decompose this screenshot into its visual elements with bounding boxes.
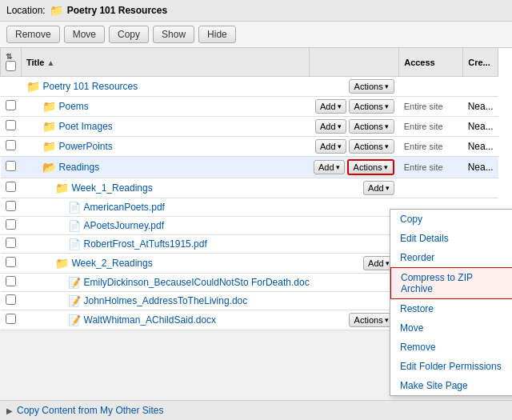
row-title-6: 📁 Week_1_Readings xyxy=(22,178,310,198)
row-created-4: Nea... xyxy=(463,137,498,157)
row-checkbox-7[interactable] xyxy=(6,201,16,211)
remove-button[interactable]: Remove xyxy=(6,26,60,43)
item-link-1[interactable]: Poetry 101 Resources xyxy=(43,81,138,92)
row-check-3 xyxy=(1,117,22,137)
item-link-8[interactable]: APoetsJourney.pdf xyxy=(84,220,165,231)
row-created-2: Nea... xyxy=(463,97,498,117)
actions-button-3[interactable]: Actions ▾ xyxy=(349,119,394,134)
row-actions-cell-1: Actions ▾ xyxy=(309,77,399,97)
col-header-check: ⇅ xyxy=(1,48,22,77)
row-checkbox-9[interactable] xyxy=(6,238,16,248)
row-checkbox-3[interactable] xyxy=(6,120,16,130)
menu-item-reorder[interactable]: Reorder xyxy=(390,248,512,267)
location-bar: Location: 📁 Poetry 101 Resources xyxy=(0,0,512,22)
table-row: 📁 Poet Images Add ▾ Actions ▾ xyxy=(1,117,513,137)
row-checkbox-5[interactable] xyxy=(6,161,16,171)
bottom-bar: ▶ Copy Content from My Other Sites xyxy=(0,400,512,420)
row-checkbox-6[interactable] xyxy=(6,182,16,192)
add-button-3[interactable]: Add ▾ xyxy=(315,119,346,134)
item-link-12[interactable]: JohnHolmes_AddressToTheLiving.doc xyxy=(84,295,248,306)
table-row: 📁 PowerPoints Add ▾ Actions ▾ xyxy=(1,137,513,157)
location-folder-icon: 📁 xyxy=(50,4,63,17)
row-title-2: 📁 Poems xyxy=(22,97,310,117)
item-link-3[interactable]: Poet Images xyxy=(59,121,113,132)
row-check-12 xyxy=(1,292,22,310)
row-checkbox-13[interactable] xyxy=(6,314,16,324)
table-row: 📁 Poems Add ▾ Actions ▾ xyxy=(1,97,513,117)
add-button-4[interactable]: Add ▾ xyxy=(315,139,346,154)
pdf-icon-7: 📄 xyxy=(68,202,81,214)
menu-item-edit-details[interactable]: Edit Details xyxy=(390,229,512,248)
folder-plus-icon-3: 📁 xyxy=(42,120,56,133)
col-header-created: Cre... xyxy=(463,48,498,77)
add-button-5[interactable]: Add ▾ xyxy=(314,160,345,174)
table-row: 📁 Week_1_Readings Add ▾ xyxy=(1,178,513,198)
row-title-5: 📂 Readings xyxy=(22,157,310,178)
menu-item-move[interactable]: Move xyxy=(390,318,512,338)
move-button[interactable]: Move xyxy=(64,26,105,43)
item-link-2[interactable]: Poems xyxy=(59,101,89,112)
actions-button-13[interactable]: Actions ▾ xyxy=(349,313,394,327)
item-link-5[interactable]: Readings xyxy=(59,162,100,173)
actions-button-4[interactable]: Actions ▾ xyxy=(349,139,394,154)
row-created-1 xyxy=(463,77,498,97)
item-link-6[interactable]: Week_1_Readings xyxy=(72,182,153,194)
dropdown-menu-container: Copy Edit Details Reorder Compress to ZI… xyxy=(390,209,512,396)
row-checkbox-12[interactable] xyxy=(6,294,16,305)
row-actions-cell-4: Add ▾ Actions ▾ xyxy=(309,137,399,157)
actions-button-2[interactable]: Actions ▾ xyxy=(349,99,394,114)
hide-button[interactable]: Hide xyxy=(198,26,236,43)
table-row: 📂 Readings Add ▾ Actions ▾ xyxy=(1,157,513,178)
row-actions-cell-5: Add ▾ Actions ▾ xyxy=(309,157,399,178)
row-title-1: 📁 Poetry 101 Resources xyxy=(22,77,310,97)
folder-icon-5: 📂 xyxy=(42,161,56,174)
toolbar: Remove Move Copy Show Hide xyxy=(0,22,512,48)
row-check-13 xyxy=(1,310,22,330)
item-link-9[interactable]: RobertFrost_AtTufts1915.pdf xyxy=(84,238,207,250)
row-checkbox-2[interactable] xyxy=(6,100,16,110)
row-checkbox-10[interactable] xyxy=(6,257,16,267)
row-created-3: Nea... xyxy=(463,117,498,137)
col-header-access: Access xyxy=(399,48,463,77)
sort-updown-icon: ⇅ xyxy=(6,52,12,61)
folder-plus-icon-4: 📁 xyxy=(42,140,56,153)
menu-item-compress[interactable]: Compress to ZIP Archive xyxy=(390,267,512,299)
row-access-3: Entire site xyxy=(399,117,463,137)
item-link-13[interactable]: WaltWhitman_AChildSaid.docx xyxy=(84,314,217,326)
item-link-11[interactable]: EmilyDickinson_BecauseICouldNotSto ForDe… xyxy=(84,277,310,288)
menu-item-edit-permissions[interactable]: Edit Folder Permissions xyxy=(390,357,512,376)
row-checkbox-11[interactable] xyxy=(6,276,16,286)
item-link-4[interactable]: PowerPoints xyxy=(59,141,113,152)
row-check-1 xyxy=(1,77,22,97)
item-link-10[interactable]: Week_2_Readings xyxy=(72,258,153,269)
table-wrapper: ⇅ Title ▲ Access Cre... 📁 Poetry xyxy=(0,48,512,330)
actions-button-1[interactable]: Actions ▾ xyxy=(349,79,394,94)
row-check-4 xyxy=(1,137,22,157)
copy-button[interactable]: Copy xyxy=(109,26,149,43)
row-actions-cell-13: Actions ▾ xyxy=(309,310,399,330)
row-access-2: Entire site xyxy=(399,97,463,117)
row-check-9 xyxy=(1,235,22,254)
add-button-6[interactable]: Add ▾ xyxy=(363,181,394,195)
add-button-2[interactable]: Add ▾ xyxy=(315,99,346,114)
doc-icon-12: 📝 xyxy=(68,295,81,307)
row-check-2 xyxy=(1,97,22,117)
copy-content-link[interactable]: Copy Content from My Other Sites xyxy=(17,405,163,416)
row-checkbox-8[interactable] xyxy=(6,219,16,230)
row-check-10 xyxy=(1,254,22,274)
menu-item-make-site-page[interactable]: Make Site Page xyxy=(390,376,512,395)
show-button[interactable]: Show xyxy=(153,26,194,43)
select-all-checkbox[interactable] xyxy=(6,61,16,71)
row-check-8 xyxy=(1,217,22,235)
menu-item-copy[interactable]: Copy xyxy=(390,210,512,229)
location-label: Location: xyxy=(6,5,46,16)
item-link-7[interactable]: AmericanPoets.pdf xyxy=(84,202,165,213)
row-checkbox-4[interactable] xyxy=(6,140,16,150)
menu-item-restore[interactable]: Restore xyxy=(390,299,512,318)
expand-icon: ▶ xyxy=(6,406,13,415)
row-access-5: Entire site xyxy=(399,157,463,178)
actions-button-5[interactable]: Actions ▾ xyxy=(347,159,394,175)
row-check-5 xyxy=(1,157,22,178)
menu-item-remove[interactable]: Remove xyxy=(390,338,512,357)
col-header-title[interactable]: Title ▲ xyxy=(22,48,310,77)
